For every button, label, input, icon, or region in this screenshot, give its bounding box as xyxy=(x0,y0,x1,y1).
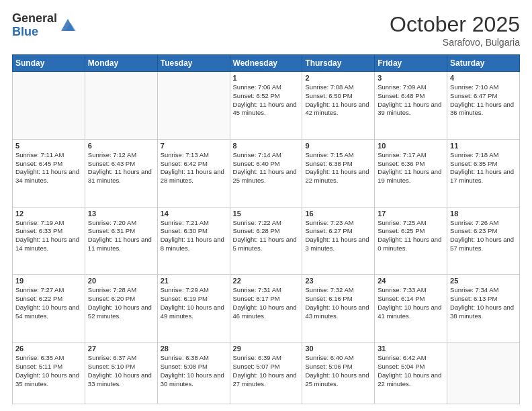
day-number: 24 xyxy=(378,277,444,285)
day-number: 3 xyxy=(378,74,444,82)
day-info: Sunrise: 6:37 AM Sunset: 5:10 PM Dayligh… xyxy=(88,354,154,388)
day-number: 30 xyxy=(305,345,371,353)
day-number: 19 xyxy=(15,277,82,285)
day-info: Sunrise: 7:31 AM Sunset: 6:17 PM Dayligh… xyxy=(233,286,300,320)
day-number: 15 xyxy=(233,210,300,218)
day-number: 12 xyxy=(15,210,82,218)
table-row: 29Sunrise: 6:39 AM Sunset: 5:07 PM Dayli… xyxy=(230,342,302,404)
day-info: Sunrise: 6:42 AM Sunset: 5:04 PM Dayligh… xyxy=(378,354,444,388)
day-number: 22 xyxy=(233,277,300,285)
day-number: 2 xyxy=(305,74,371,82)
day-number: 23 xyxy=(305,277,371,285)
day-number: 7 xyxy=(161,142,227,150)
col-thursday: Thursday xyxy=(302,55,375,72)
table-row: 3Sunrise: 7:09 AM Sunset: 6:48 PM Daylig… xyxy=(375,72,447,140)
table-row: 11Sunrise: 7:18 AM Sunset: 6:35 PM Dayli… xyxy=(447,139,520,207)
table-row xyxy=(157,72,230,140)
calendar-table: Sunday Monday Tuesday Wednesday Thursday… xyxy=(12,54,520,404)
table-row: 23Sunrise: 7:32 AM Sunset: 6:16 PM Dayli… xyxy=(302,275,375,342)
day-info: Sunrise: 7:13 AM Sunset: 6:42 PM Dayligh… xyxy=(161,151,227,185)
day-info: Sunrise: 7:25 AM Sunset: 6:25 PM Dayligh… xyxy=(378,219,444,253)
table-row: 5Sunrise: 7:11 AM Sunset: 6:45 PM Daylig… xyxy=(13,139,85,207)
calendar-header-row: Sunday Monday Tuesday Wednesday Thursday… xyxy=(13,55,520,72)
col-wednesday: Wednesday xyxy=(230,55,302,72)
day-number: 26 xyxy=(15,345,82,353)
day-info: Sunrise: 7:34 AM Sunset: 6:13 PM Dayligh… xyxy=(450,286,517,320)
calendar-week-row: 19Sunrise: 7:27 AM Sunset: 6:22 PM Dayli… xyxy=(13,275,520,342)
col-saturday: Saturday xyxy=(447,55,520,72)
day-number: 28 xyxy=(161,345,227,353)
day-number: 6 xyxy=(88,142,154,150)
month-year-title: October 2025 xyxy=(390,12,520,37)
page-header: General Blue October 2025 Sarafovo, Bulg… xyxy=(12,12,520,48)
logo-general-text: General xyxy=(12,12,57,26)
day-info: Sunrise: 7:17 AM Sunset: 6:36 PM Dayligh… xyxy=(378,151,444,185)
day-number: 4 xyxy=(450,74,517,82)
table-row: 2Sunrise: 7:08 AM Sunset: 6:50 PM Daylig… xyxy=(302,72,375,140)
day-number: 21 xyxy=(161,277,227,285)
logo: General Blue xyxy=(12,12,77,39)
col-monday: Monday xyxy=(85,55,157,72)
day-info: Sunrise: 7:10 AM Sunset: 6:47 PM Dayligh… xyxy=(450,83,517,118)
table-row: 6Sunrise: 7:12 AM Sunset: 6:43 PM Daylig… xyxy=(85,139,157,207)
col-tuesday: Tuesday xyxy=(157,55,230,72)
table-row: 13Sunrise: 7:20 AM Sunset: 6:31 PM Dayli… xyxy=(85,207,157,275)
title-block: October 2025 Sarafovo, Bulgaria xyxy=(390,12,520,48)
day-number: 11 xyxy=(450,142,517,150)
calendar-week-row: 1Sunrise: 7:06 AM Sunset: 6:52 PM Daylig… xyxy=(13,72,520,140)
day-number: 13 xyxy=(88,210,154,218)
table-row: 16Sunrise: 7:23 AM Sunset: 6:27 PM Dayli… xyxy=(302,207,375,275)
table-row: 1Sunrise: 7:06 AM Sunset: 6:52 PM Daylig… xyxy=(230,72,302,140)
table-row: 9Sunrise: 7:15 AM Sunset: 6:38 PM Daylig… xyxy=(302,139,375,207)
day-number: 9 xyxy=(305,142,371,150)
table-row: 25Sunrise: 7:34 AM Sunset: 6:13 PM Dayli… xyxy=(447,275,520,342)
day-info: Sunrise: 7:27 AM Sunset: 6:22 PM Dayligh… xyxy=(15,286,82,320)
day-info: Sunrise: 7:33 AM Sunset: 6:14 PM Dayligh… xyxy=(378,286,444,320)
day-info: Sunrise: 7:19 AM Sunset: 6:33 PM Dayligh… xyxy=(15,219,82,253)
table-row: 4Sunrise: 7:10 AM Sunset: 6:47 PM Daylig… xyxy=(447,72,520,140)
col-friday: Friday xyxy=(375,55,447,72)
day-info: Sunrise: 7:14 AM Sunset: 6:40 PM Dayligh… xyxy=(233,151,300,185)
day-number: 17 xyxy=(378,210,444,218)
day-info: Sunrise: 7:18 AM Sunset: 6:35 PM Dayligh… xyxy=(450,151,517,185)
table-row: 26Sunrise: 6:35 AM Sunset: 5:11 PM Dayli… xyxy=(13,342,85,404)
calendar-week-row: 5Sunrise: 7:11 AM Sunset: 6:45 PM Daylig… xyxy=(13,139,520,207)
day-number: 18 xyxy=(450,210,517,218)
table-row: 22Sunrise: 7:31 AM Sunset: 6:17 PM Dayli… xyxy=(230,275,302,342)
day-info: Sunrise: 7:08 AM Sunset: 6:50 PM Dayligh… xyxy=(305,83,371,118)
logo-icon xyxy=(58,16,77,35)
table-row: 27Sunrise: 6:37 AM Sunset: 5:10 PM Dayli… xyxy=(85,342,157,404)
day-number: 10 xyxy=(378,142,444,150)
table-row: 28Sunrise: 6:38 AM Sunset: 5:08 PM Dayli… xyxy=(157,342,230,404)
day-info: Sunrise: 7:28 AM Sunset: 6:20 PM Dayligh… xyxy=(88,286,154,320)
calendar-week-row: 26Sunrise: 6:35 AM Sunset: 5:11 PM Dayli… xyxy=(13,342,520,404)
day-info: Sunrise: 6:39 AM Sunset: 5:07 PM Dayligh… xyxy=(233,354,300,388)
day-number: 29 xyxy=(233,345,300,353)
day-number: 31 xyxy=(378,345,444,353)
day-info: Sunrise: 6:35 AM Sunset: 5:11 PM Dayligh… xyxy=(15,354,82,388)
table-row: 14Sunrise: 7:21 AM Sunset: 6:30 PM Dayli… xyxy=(157,207,230,275)
day-number: 1 xyxy=(233,74,300,82)
logo-blue-text: Blue xyxy=(12,26,57,39)
table-row: 8Sunrise: 7:14 AM Sunset: 6:40 PM Daylig… xyxy=(230,139,302,207)
day-info: Sunrise: 7:29 AM Sunset: 6:19 PM Dayligh… xyxy=(161,286,227,320)
day-info: Sunrise: 7:15 AM Sunset: 6:38 PM Dayligh… xyxy=(305,151,371,185)
table-row: 20Sunrise: 7:28 AM Sunset: 6:20 PM Dayli… xyxy=(85,275,157,342)
day-info: Sunrise: 6:40 AM Sunset: 5:06 PM Dayligh… xyxy=(305,354,371,388)
table-row: 15Sunrise: 7:22 AM Sunset: 6:28 PM Dayli… xyxy=(230,207,302,275)
day-info: Sunrise: 7:20 AM Sunset: 6:31 PM Dayligh… xyxy=(88,219,154,253)
table-row: 19Sunrise: 7:27 AM Sunset: 6:22 PM Dayli… xyxy=(13,275,85,342)
day-info: Sunrise: 7:06 AM Sunset: 6:52 PM Dayligh… xyxy=(233,83,300,118)
day-number: 25 xyxy=(450,277,517,285)
day-info: Sunrise: 7:09 AM Sunset: 6:48 PM Dayligh… xyxy=(378,83,444,118)
day-number: 14 xyxy=(161,210,227,218)
table-row: 21Sunrise: 7:29 AM Sunset: 6:19 PM Dayli… xyxy=(157,275,230,342)
table-row xyxy=(13,72,85,140)
day-info: Sunrise: 7:22 AM Sunset: 6:28 PM Dayligh… xyxy=(233,219,300,253)
day-number: 20 xyxy=(88,277,154,285)
location-subtitle: Sarafovo, Bulgaria xyxy=(390,37,520,48)
day-info: Sunrise: 7:11 AM Sunset: 6:45 PM Dayligh… xyxy=(15,151,82,185)
table-row xyxy=(447,342,520,404)
day-number: 8 xyxy=(233,142,300,150)
table-row: 12Sunrise: 7:19 AM Sunset: 6:33 PM Dayli… xyxy=(13,207,85,275)
